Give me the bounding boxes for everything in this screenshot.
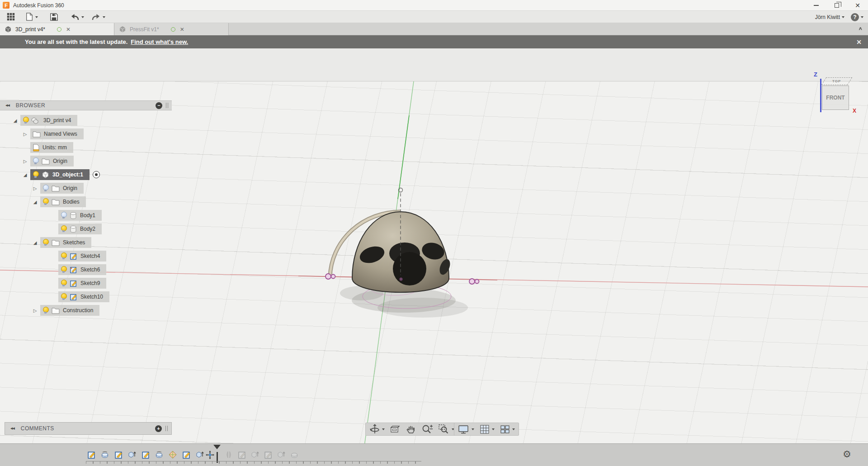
sketch-icon [70,280,77,287]
tree-row-body1[interactable]: Body1 [50,210,102,221]
display-settings[interactable] [458,424,474,435]
minimize-button[interactable] [806,0,826,11]
tree-row-bodies[interactable]: ◢ Bodies [32,196,86,207]
model-scene[interactable] [0,81,868,466]
timeline-feature-revolve-suppressed[interactable] [289,449,300,460]
orbit-tool[interactable] [369,424,385,435]
visibility-bulb-icon[interactable] [42,185,48,192]
browser-minimize-icon[interactable]: − [156,102,162,109]
browser-drag-handle[interactable] [166,103,168,108]
tree-row-sketch4[interactable]: Sketch4 [50,251,106,262]
look-at-tool[interactable] [390,424,401,435]
undo-button[interactable] [70,13,84,21]
tab-pressfit-v1[interactable]: PressFit v1* ✕ [114,23,229,35]
tab-close-icon[interactable]: ✕ [180,26,184,33]
expand-arrow-icon[interactable]: ◢ [32,200,38,204]
whats-new-link[interactable]: Find out what's new. [131,38,188,45]
settings-gear-icon[interactable]: ⚙ [843,449,851,460]
redo-caret-icon [103,16,105,19]
timeline-feature-extrude-suppressed[interactable] [250,449,260,460]
pan-tool[interactable] [406,424,416,435]
help-menu[interactable]: ? [851,13,863,21]
user-menu[interactable]: Jörn Kiwitt [815,14,844,20]
tree-row-root[interactable]: ◢ 3D_print v4 [12,115,77,126]
app-grid-button[interactable] [6,12,15,21]
add-comment-icon[interactable]: + [155,425,162,432]
collapse-tabs-chevron-icon[interactable]: ∧ [858,26,863,31]
timeline-feature-extrude[interactable] [127,449,137,460]
tree-row-sketch6[interactable]: Sketch6 [50,264,106,275]
tree-row-units[interactable]: Units: mm [22,142,73,153]
tab-close-icon[interactable]: ✕ [66,26,71,33]
expand-arrow-icon[interactable]: ▷ [22,132,28,137]
collapse-browser-icon[interactable]: ◀◀ [5,104,9,107]
expand-arrow-icon[interactable]: ▷ [32,308,38,313]
tree-row-origin-child[interactable]: ▷ Origin [32,183,84,194]
undo-icon [70,13,80,21]
visibility-bulb-icon[interactable] [23,117,28,124]
zoom-window-tool[interactable] [438,424,454,435]
help-caret-icon [861,16,863,19]
sketch-icon [70,266,77,274]
timeline-feature-sketch[interactable] [181,449,192,460]
tree-row-3d-object[interactable]: ◢ 3D_object:1 [22,169,100,180]
timeline-feature-extrude-suppressed[interactable] [276,449,287,460]
tab-label: 3D_print v4* [15,26,45,33]
tree-row-origin[interactable]: ▷ Origin [22,156,74,166]
dome-hole [393,252,426,285]
visibility-bulb-icon[interactable] [42,307,48,314]
comments-drag-handle[interactable] [165,426,168,431]
timeline-feature-mirror-suppressed[interactable] [223,449,234,460]
timeline-feature-revolve[interactable] [99,449,110,460]
timeline-ruler[interactable] [86,461,421,464]
timeline-playhead[interactable] [213,445,221,460]
timeline-feature-sketch-suppressed[interactable] [263,449,274,460]
grid-settings[interactable] [479,424,495,435]
tab-3d-print-v4[interactable]: 3D_print v4* ✕ [0,23,114,35]
expand-arrow-icon[interactable]: ◢ [12,118,19,123]
tree-row-named-views[interactable]: ▷ Named Views [22,128,84,139]
visibility-bulb-icon[interactable] [61,266,66,273]
timeline-feature-revolve[interactable] [154,449,165,460]
close-button[interactable]: ✕ [847,0,868,11]
visibility-bulb-icon[interactable] [42,198,48,205]
tree-row-sketch9[interactable]: Sketch9 [50,278,106,289]
visibility-bulb-icon[interactable] [33,157,38,165]
user-name: Jörn Kiwitt [815,14,840,20]
visibility-bulb-icon[interactable] [61,280,66,287]
visibility-bulb-icon[interactable] [33,171,38,178]
tree-row-sketches[interactable]: ◢ Sketches [32,237,91,248]
collapse-comments-icon[interactable]: ◀◀ [10,427,14,430]
visibility-bulb-icon[interactable] [42,239,48,246]
expand-arrow-icon[interactable]: ◢ [32,240,38,245]
timeline-feature-patch[interactable] [167,449,178,460]
expand-arrow-icon[interactable]: ▷ [32,186,38,191]
visibility-bulb-icon[interactable] [61,225,66,233]
restore-button[interactable] [826,0,847,11]
timeline-feature-extrude[interactable] [194,449,205,460]
viewports-settings[interactable] [500,424,515,435]
timeline-feature-sketch[interactable] [113,449,124,460]
tab-status-icon[interactable] [57,27,61,32]
viewports-caret-icon [512,428,515,432]
redo-button[interactable] [91,13,105,21]
tree-row-construction[interactable]: ▷ Construction [32,305,99,316]
expand-arrow-icon[interactable]: ◢ [22,172,28,177]
timeline-feature-sketch[interactable] [86,449,97,460]
tree-row-sketch10[interactable]: Sketch10 [50,291,109,302]
notification-close-icon[interactable]: ✕ [856,38,862,46]
viewcube-top-face[interactable]: TOP [821,77,853,85]
save-button[interactable] [50,13,58,21]
activate-component-radio[interactable] [93,171,100,178]
expand-arrow-icon[interactable]: ▷ [22,159,28,164]
zoom-tool[interactable] [421,424,433,435]
visibility-bulb-icon[interactable] [61,293,66,300]
visibility-bulb-icon[interactable] [61,252,66,260]
timeline-feature-sketch-suppressed[interactable] [236,449,247,460]
viewcube-front-face[interactable]: FRONT [822,86,849,110]
tree-row-body2[interactable]: Body2 [50,223,102,234]
timeline-feature-sketch[interactable] [140,449,151,460]
visibility-bulb-icon[interactable] [61,212,66,219]
tab-status-icon[interactable] [171,27,175,32]
file-menu-button[interactable] [25,12,38,21]
